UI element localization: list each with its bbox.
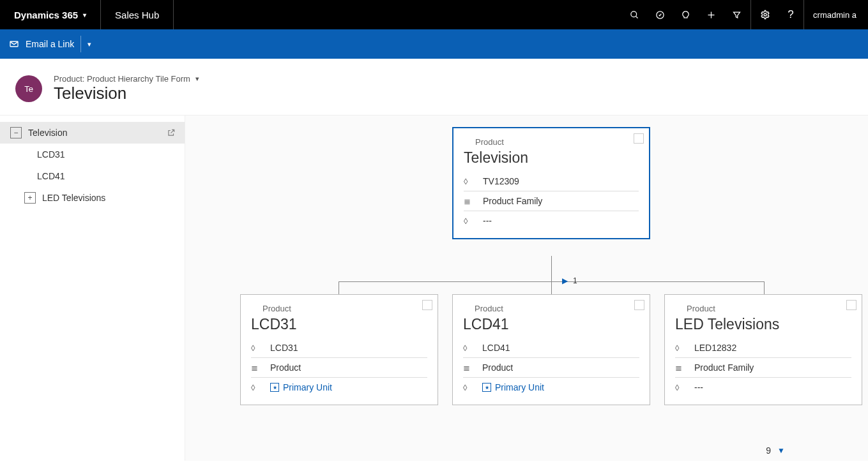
unit-link[interactable]: ★ Primary Unit	[482, 382, 544, 392]
tile-select-box[interactable]	[846, 300, 857, 310]
tag-icon: ◊	[675, 383, 685, 392]
app-switcher[interactable]: Dynamics 365 ▾	[0, 0, 101, 29]
tree-node-television[interactable]: Television	[0, 122, 185, 144]
form-selector[interactable]: Product: Product Hierarchy Tile Form ▾	[54, 74, 199, 84]
tile-structure: Product Family	[694, 362, 754, 373]
tile-unit: ---	[483, 216, 492, 226]
expand-icon[interactable]	[24, 192, 36, 204]
tile-entity-label: Product	[475, 137, 639, 147]
record-avatar: Te	[15, 75, 42, 102]
unit-icon: ★	[270, 383, 279, 392]
global-nav-bar: Dynamics 365 ▾ Sales Hub ? crm	[0, 0, 868, 29]
arrow-right-icon: ▶	[562, 276, 568, 285]
page-header: Te Product: Product Hierarchy Tile Form …	[0, 59, 868, 115]
svg-line-1	[636, 16, 637, 18]
tree-node-lcd41[interactable]: LCD41	[0, 165, 185, 187]
tile-select-box[interactable]	[634, 300, 644, 310]
chevron-down-icon: ▾	[83, 11, 86, 19]
tag-icon: ◊	[251, 343, 261, 353]
tile-entity-label: Product	[687, 304, 851, 313]
tile-lcd41[interactable]: Product LCD41 ◊ LCD41 ≣ Product ◊ ★ Prim…	[452, 294, 650, 405]
tag-icon: ◊	[463, 343, 473, 353]
record-count[interactable]: 9 ▼	[766, 445, 785, 456]
email-a-link-button[interactable]: Email a Link	[9, 39, 74, 49]
tag-icon: ◊	[675, 343, 685, 353]
settings-icon[interactable]	[752, 0, 778, 29]
tile-structure: Product	[482, 362, 513, 373]
tile-product-id: LCD31	[270, 343, 298, 353]
list-icon: ≣	[464, 197, 474, 206]
hierarchy-canvas[interactable]: ▶ 1 Product Television ◊ TV12309 ≣ Produ…	[185, 116, 868, 461]
unit-link[interactable]: ★ Primary Unit	[270, 382, 332, 392]
tile-led-televisions[interactable]: Product LED Televisions ◊ LED12832 ≣ Pro…	[664, 294, 862, 405]
user-menu[interactable]: crmadmin a	[803, 0, 868, 29]
chevron-down-icon: ▾	[195, 75, 199, 83]
tile-entity-label: Product	[263, 304, 427, 313]
tile-title: LCD31	[251, 316, 427, 333]
tag-icon: ◊	[464, 216, 474, 226]
tile-structure: Product Family	[483, 196, 542, 206]
brand-label: Dynamics 365	[14, 10, 78, 20]
assistant-icon[interactable]	[673, 0, 698, 29]
tile-entity-label: Product	[475, 304, 639, 313]
task-flow-icon[interactable]	[647, 0, 673, 29]
command-bar: Email a Link ▾	[0, 29, 868, 59]
help-icon[interactable]: ?	[778, 0, 803, 29]
tag-icon: ◊	[463, 383, 473, 392]
tile-product-id: LED12832	[694, 343, 736, 353]
collapse-icon[interactable]	[10, 127, 22, 138]
search-icon[interactable]	[621, 0, 647, 29]
chevron-down-icon: ▼	[777, 446, 785, 455]
hierarchy-tree: Television LCD31 LCD41 LED Televisions	[0, 116, 185, 461]
tag-icon: ◊	[251, 383, 261, 392]
divider	[80, 36, 81, 52]
unit-icon: ★	[482, 383, 491, 392]
tile-structure: Product	[270, 362, 301, 373]
tile-unit: ---	[694, 382, 703, 392]
app-name[interactable]: Sales Hub	[101, 0, 174, 29]
add-icon[interactable]	[698, 0, 724, 29]
list-icon: ≣	[463, 363, 473, 373]
svg-point-5	[764, 13, 766, 16]
record-title: Television	[54, 84, 199, 103]
chevron-down-icon[interactable]: ▾	[88, 40, 91, 48]
tile-lcd31[interactable]: Product LCD31 ◊ LCD31 ≣ Product ◊ ★ Prim…	[240, 294, 438, 405]
filter-icon[interactable]	[724, 0, 749, 29]
tile-title: LCD41	[463, 316, 639, 333]
tree-node-led-televisions[interactable]: LED Televisions	[0, 187, 185, 209]
tag-icon: ◊	[464, 177, 474, 186]
open-record-icon[interactable]	[167, 128, 176, 137]
svg-point-0	[630, 11, 636, 17]
pager-next[interactable]: ▶ 1	[562, 276, 577, 285]
tree-node-lcd31[interactable]: LCD31	[0, 144, 185, 165]
tile-select-box[interactable]	[634, 133, 644, 144]
tile-title: LED Televisions	[675, 316, 851, 333]
list-icon: ≣	[675, 363, 685, 373]
tile-product-id: TV12309	[483, 176, 519, 186]
tile-television[interactable]: Product Television ◊ TV12309 ≣ Product F…	[452, 127, 650, 239]
list-icon: ≣	[251, 363, 261, 373]
tile-title: Television	[464, 149, 639, 167]
tile-select-box[interactable]	[422, 300, 432, 310]
tile-product-id: LCD41	[482, 343, 510, 353]
